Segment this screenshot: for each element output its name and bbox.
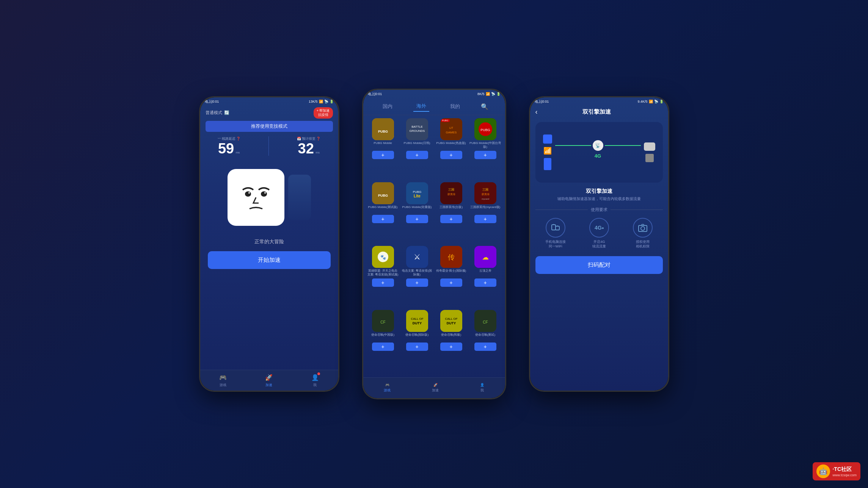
svg-text:群英传: 群英传 <box>447 193 455 196</box>
req-wifi-label: 手机电脑连接同一WiFi <box>545 240 566 249</box>
svg-rect-41 <box>440 310 462 332</box>
game-item-chuanshuo: 传 传奇霸业·骑士(国际服) + <box>435 246 467 308</box>
p1-mode: 普通模式 🔄 <box>206 110 229 116</box>
top-line: 📡 <box>555 140 641 151</box>
p2-nav-games[interactable]: 🎮 游戏 <box>384 383 391 393</box>
pubg-jp-add-btn[interactable]: + <box>406 151 428 159</box>
p3-scan-btn[interactable]: 扫码配对 <box>535 256 663 274</box>
tab-domestic[interactable]: 国内 <box>380 102 396 111</box>
p2-games-icon: 🎮 <box>385 383 389 387</box>
p1-nav-boost[interactable]: 🚀 加速 <box>265 373 273 388</box>
cod2-add-btn[interactable]: + <box>440 343 462 351</box>
cf1-add-btn[interactable]: + <box>372 343 394 351</box>
pubg-lite-label: PUBG Mobile(轻量版) <box>402 205 432 214</box>
game-icon-pubg-jp: BATTLEGROUNDS <box>406 118 428 140</box>
p2-profile-label: 我 <box>480 388 484 393</box>
queue-unit: ms <box>315 151 320 154</box>
p2-tabs: 国内 海外 我的 🔍 <box>363 98 505 115</box>
search-icon[interactable]: 🔍 <box>481 103 488 110</box>
p2-nav-profile[interactable]: 👤 我 <box>480 383 484 393</box>
svg-point-49 <box>641 227 645 230</box>
watermark-url: www.tcsqw.com <box>832 473 857 477</box>
req-wifi-icon <box>546 218 565 238</box>
p1-recommend-btn[interactable]: 推荐使用竞技模式 <box>206 121 333 132</box>
boost-line2: 抗疫情 <box>317 113 330 117</box>
stat-divider <box>268 136 269 156</box>
back-btn[interactable]: ‹ <box>535 108 538 116</box>
pubg-icon-inner: PUBG <box>372 118 394 140</box>
req-title: 使用要求 <box>535 207 663 213</box>
latency-value: 59 <box>218 141 234 156</box>
game-icon-electric: ⚔ <box>406 246 428 268</box>
wifi-icon-3: 📡 <box>654 100 658 103</box>
cod1-add-btn[interactable]: + <box>406 343 428 351</box>
pubg-add-btn[interactable]: + <box>372 151 394 159</box>
p3-desc-title: 双引擎加速 <box>530 188 668 195</box>
svg-text:LIT: LIT <box>449 127 453 129</box>
p1-start-btn[interactable]: 开始加速 <box>208 251 331 269</box>
tab-overseas[interactable]: 海外 <box>413 101 429 112</box>
p3-desc-text: 辅助电脑情加速器加速，可能含内轮载多数据流量 <box>530 196 668 202</box>
tab-mine[interactable]: 我的 <box>447 102 463 111</box>
yunyuan-add-btn[interactable]: + <box>474 278 496 287</box>
game-item-yxsl: 🐾 英雄联盟: 开天之电击文案: 粤语发烧(测试服) + <box>367 246 399 308</box>
pubg-hot-add-btn[interactable]: + <box>440 151 462 159</box>
game-icon-cod1: CALL OFDUTY <box>406 310 428 332</box>
latency-info-icon: ❓ <box>236 137 240 141</box>
avatar-face-svg <box>231 173 281 222</box>
game-item-cf2: CF 使命召唤(测试) + <box>469 310 501 372</box>
phone-3-screen: 电上|0:01 9.4K/5 📶 📡 🔋 ‹ 双引擎加速 <box>530 97 668 391</box>
mode-label: 普通模式 <box>206 110 222 116</box>
p1-side-card <box>288 175 311 220</box>
svg-text:PUBG: PUBG <box>378 130 388 133</box>
svg-rect-38 <box>406 310 428 332</box>
p2-boost-label: 加速 <box>432 388 439 393</box>
req-camera: 授权使用相机权限 <box>633 218 653 249</box>
status-bar-2: 电上|0:01 8K/5 📶 📡 🔋 <box>363 90 505 98</box>
pubg-test-add-btn[interactable]: + <box>372 215 394 223</box>
electric-add-btn[interactable]: + <box>406 278 428 287</box>
pubg-tw-add-btn[interactable]: + <box>474 151 496 159</box>
svg-text:CALL OF: CALL OF <box>411 317 423 321</box>
pubg-hot-label: PUBG Mobile(热血版) <box>436 141 466 150</box>
p2-profile-icon: 👤 <box>480 383 484 387</box>
req-camera-label: 授权使用相机权限 <box>636 240 650 249</box>
4g-label: 4G <box>595 153 601 159</box>
profile-dot <box>317 372 320 375</box>
p3-title: 双引擎加速 <box>541 108 653 116</box>
p2-nav-boost[interactable]: 🚀 加速 <box>432 383 439 393</box>
yxsl-add-btn[interactable]: + <box>372 278 394 287</box>
svg-text:CF: CF <box>380 320 385 324</box>
svg-text:三国: 三国 <box>482 188 488 191</box>
p1-nav-profile[interactable]: 👤 我 <box>311 373 319 388</box>
pubg-label: PUBG Mobile <box>374 141 392 150</box>
signal-text-2: 8K/5 <box>477 92 485 96</box>
boost-nav-label: 加速 <box>265 383 272 388</box>
p1-avatar-card <box>228 169 284 226</box>
phone-wifi-node <box>543 135 552 144</box>
latency-unit: ms <box>236 151 240 154</box>
game-icon-yunyuan: ☁ <box>474 246 496 268</box>
game-item-cf1: CF 使命召唤(中国版) + <box>367 310 399 372</box>
sgyz2-add-btn[interactable]: + <box>474 215 496 223</box>
pubg-lite-add-btn[interactable]: + <box>406 215 428 223</box>
game-item-electric: ⚔ 电击文案: 粤语友情(国际服) + <box>401 246 433 308</box>
sgyz1-add-btn[interactable]: + <box>440 215 462 223</box>
svg-point-1 <box>261 191 267 197</box>
svg-point-2 <box>248 192 250 194</box>
chuanshuo-add-btn[interactable]: + <box>440 278 462 287</box>
svg-point-3 <box>264 192 266 194</box>
game-item-sgyz1: 三国群英传 三国群英传(台版) + <box>435 182 467 244</box>
p1-stats: 〰 线路延迟 ❓ 59 ms 📅 预计排至 ❓ 32 ms <box>200 135 338 157</box>
svg-rect-4 <box>372 118 394 140</box>
status-right-2: 8K/5 📶 📡 🔋 <box>477 92 501 96</box>
battery-icon-2: 🔋 <box>496 92 501 96</box>
p1-boost-btn[interactable]: + 帮加速 抗疫情 <box>314 107 333 119</box>
signal-text-1: 13K/5 <box>309 100 318 103</box>
cf2-add-btn[interactable]: + <box>474 343 496 351</box>
req-wifi: 手机电脑连接同一WiFi <box>545 218 566 249</box>
p1-nav-games[interactable]: 🎮 游戏 <box>219 373 227 388</box>
network-diagram: 📶 📡 4G <box>543 135 655 170</box>
game-icon-cf1: CF <box>372 310 394 332</box>
latency-value-row: 59 ms <box>218 141 240 156</box>
